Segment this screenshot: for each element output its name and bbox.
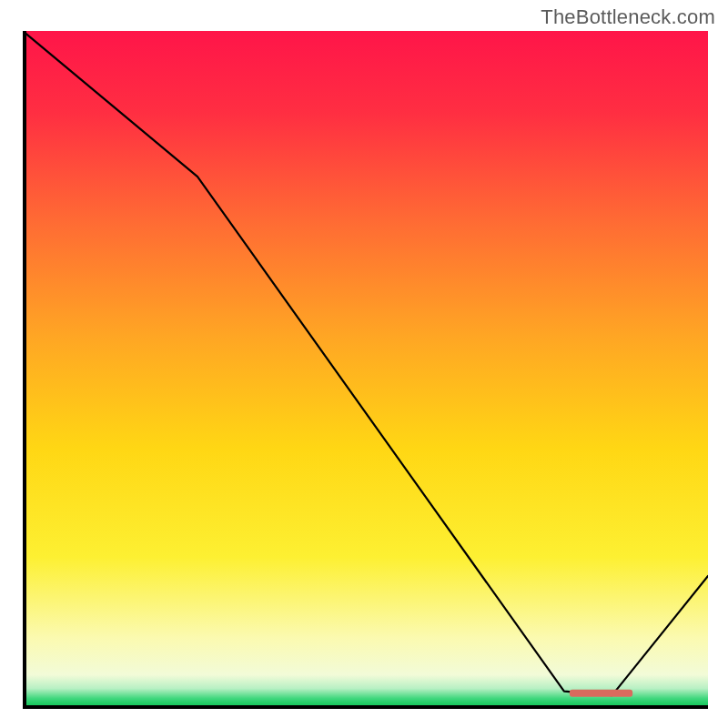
data-curve <box>23 31 708 695</box>
curve-layer <box>23 31 708 709</box>
y-axis <box>23 31 26 709</box>
x-axis <box>23 705 708 709</box>
min-region-marker <box>570 690 632 697</box>
watermark-text: TheBottleneck.com <box>541 5 715 29</box>
chart-container: TheBottleneck.com <box>0 0 728 728</box>
plot-area <box>23 31 708 709</box>
